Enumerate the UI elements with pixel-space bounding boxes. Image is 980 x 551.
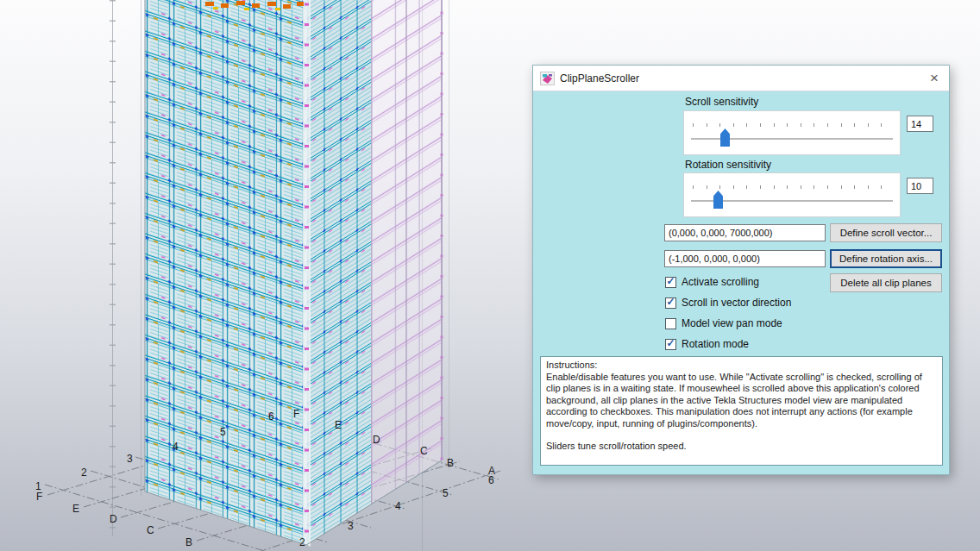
checkbox-scroll-vector-direction[interactable]: ✓ Scroll in vector direction [665, 296, 791, 310]
building-model-3d[interactable] [0, 0, 535, 551]
checkbox-box[interactable] [665, 318, 676, 329]
grid-label-6: 6 [268, 411, 274, 422]
slider-ticks [693, 185, 893, 189]
checkbox-label: Scroll in vector direction [682, 297, 791, 309]
scroll-vector-field[interactable] [664, 224, 826, 241]
grid-label-4: 4 [173, 441, 179, 452]
rotation-axis-field[interactable] [664, 250, 826, 267]
grid-label-B-left: B [185, 537, 192, 548]
checkbox-activate-scrolling[interactable]: ✓ Activate scrolling [665, 275, 759, 289]
grid-label-C-left: C [147, 525, 154, 535]
grid-label-4-bottom: 4 [395, 501, 401, 511]
define-rotation-axis-button[interactable]: Define rotation axis... [830, 249, 942, 268]
rotation-sensitivity-value[interactable] [907, 178, 933, 194]
grid-label-E-right: E [335, 420, 342, 430]
dialog-body: Scroll sensitivity Rotation sensitivity … [533, 91, 949, 474]
checkbox-box[interactable]: ✓ [665, 339, 676, 350]
grid-label-E-left: E [72, 504, 79, 514]
grid-label-3: 3 [127, 454, 133, 464]
scroll-sensitivity-label: Scroll sensitivity [685, 96, 758, 108]
dialog-titlebar[interactable]: ClipPlaneScroller × [533, 66, 949, 91]
tekla-model-viewport[interactable]: 1 2 3 4 5 6 F E D C B F E D C B A 6 5 4 … [0, 0, 980, 551]
checkbox-model-view-pan-mode[interactable]: Model view pan mode [665, 316, 782, 330]
checkbox-rotation-mode[interactable]: ✓ Rotation mode [665, 337, 749, 351]
rotation-sensitivity-slider[interactable] [683, 172, 901, 217]
rotation-sensitivity-label: Rotation sensitivity [685, 159, 771, 171]
grid-label-C-right: C [420, 446, 428, 456]
grid-label-D-left: D [110, 514, 117, 524]
checkbox-label: Rotation mode [682, 338, 749, 350]
clipplanescroller-dialog: ClipPlaneScroller × Scroll sensitivity R… [532, 65, 950, 475]
grid-label-5: 5 [220, 427, 226, 437]
grid-label-D-right: D [373, 435, 380, 445]
grid-label-2: 2 [81, 467, 87, 478]
checkbox-box[interactable]: ✓ [665, 277, 676, 288]
app-icon [540, 72, 555, 85]
close-button[interactable]: × [920, 66, 949, 91]
grid-label-2-bottom: 2 [299, 537, 305, 548]
checkbox-label: Activate scrolling [682, 276, 759, 288]
scroll-sensitivity-value[interactable] [907, 116, 933, 132]
slider-ticks [693, 123, 893, 127]
dialog-title: ClipPlaneScroller [560, 72, 920, 85]
checkbox-box[interactable]: ✓ [665, 297, 676, 309]
checkmark-icon: ✓ [666, 277, 675, 286]
define-scroll-vector-button[interactable]: Define scroll vector... [830, 223, 942, 242]
building-right-face [306, 0, 371, 545]
instructions-box: Instructions: Enable/disable features yo… [540, 356, 943, 466]
frame-structure [371, 0, 442, 504]
grid-label-F-left: F [36, 492, 42, 502]
slider-thumb[interactable] [720, 128, 730, 147]
grid-label-F-right: F [293, 409, 299, 419]
grid-label-6-right: 6 [488, 475, 494, 485]
checkmark-icon: ✓ [666, 339, 675, 348]
instructions-footer: Sliders tune scroll/rotation speed. [546, 441, 937, 453]
instructions-heading: Instructions: [546, 360, 937, 372]
grid-label-B-right: B [447, 458, 454, 468]
grid-label-5-bottom: 5 [443, 488, 449, 498]
checkmark-icon: ✓ [666, 297, 675, 307]
building-left-face [145, 0, 306, 545]
corner-column [303, 0, 311, 547]
delete-all-clip-planes-button[interactable]: Delete all clip planes [830, 273, 942, 292]
slider-thumb[interactable] [713, 191, 723, 209]
checkbox-label: Model view pan mode [682, 317, 782, 329]
instructions-body: Enable/disable features you want to use.… [546, 372, 937, 430]
scroll-sensitivity-slider[interactable] [683, 110, 901, 155]
grid-label-3-bottom: 3 [348, 521, 354, 531]
